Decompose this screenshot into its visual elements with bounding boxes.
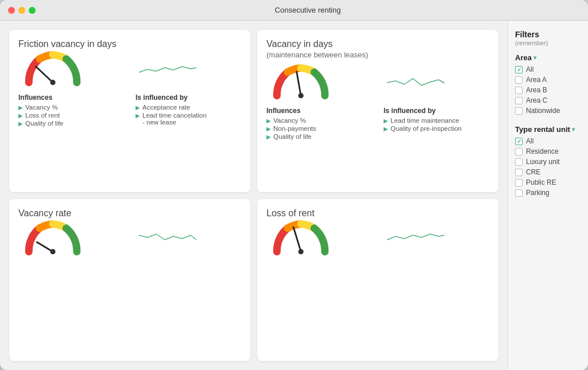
arrow-icon: ▶: [384, 118, 388, 124]
card-title: Vacancy rate: [18, 208, 241, 219]
influence-item: ▶ Quality of pre-inspection: [384, 125, 489, 132]
svg-line-0: [36, 67, 53, 83]
arrow-icon: ▶: [136, 104, 140, 111]
sparkline-friction: [94, 55, 241, 84]
card-vacancy-days: Vacancy in days (maintenance between lea…: [257, 30, 498, 192]
area-option-nationwide[interactable]: Nationwide: [515, 107, 581, 115]
area-option-all[interactable]: ✓ All: [515, 65, 581, 73]
checkmark-icon: ✓: [517, 138, 521, 145]
gauge-svg: [18, 220, 87, 257]
area-option-a[interactable]: Area A: [515, 76, 581, 84]
card-subtitle: (maintenance between leases): [266, 50, 489, 59]
svg-point-3: [298, 93, 303, 98]
influences-left-title: Influences: [18, 94, 124, 102]
checkbox-area-b[interactable]: [515, 87, 523, 94]
sidebar-subtitle: (remember): [515, 40, 581, 46]
gauge-svg: [18, 50, 87, 88]
influences-left: Influences ▶ Vacancy % ▶ Loss of rent ▶ …: [18, 94, 124, 128]
maximize-button[interactable]: [29, 7, 36, 14]
sparkline-vacancy: [342, 68, 489, 97]
checkbox-type-parking[interactable]: [515, 189, 523, 197]
sparkline-svg: [94, 224, 241, 252]
minimize-button[interactable]: [18, 7, 25, 14]
influence-item: ▶ Quality of life: [18, 120, 124, 127]
arrow-icon: ▶: [136, 112, 140, 119]
arrow-icon: ▶: [18, 120, 23, 127]
dashboard: Friction vacancy in days: [0, 21, 508, 370]
card-title: Friction vacancy in days: [18, 39, 241, 49]
influence-item: ▶ Lead time cancelation- new lease: [136, 112, 241, 126]
card-title: Loss of rent: [266, 208, 489, 219]
checkbox-type-public-re[interactable]: [515, 179, 523, 186]
arrow-icon: ▶: [18, 104, 23, 111]
chevron-down-icon: ▾: [533, 54, 536, 61]
gauge-svg: [266, 220, 335, 257]
svg-line-4: [37, 242, 53, 252]
sparkline-vacancy-rate: [94, 224, 241, 252]
window-title: Consecutive renting: [36, 6, 580, 14]
card-loss-of-rent: Loss of rent: [257, 199, 498, 361]
influence-item: ▶ Lead time maintenance: [384, 117, 489, 124]
sidebar: Filters (remember) Area ▾ ✓ All Area A A…: [508, 21, 588, 370]
card-friction-vacancy: Friction vacancy in days: [9, 30, 250, 192]
area-option-c[interactable]: Area C: [515, 96, 581, 104]
card-title: Vacancy in days: [266, 39, 489, 49]
influences-right-title: Is influenced by: [384, 107, 489, 115]
type-option-public-re[interactable]: Public RE: [515, 178, 581, 186]
arrow-icon: ▶: [384, 126, 388, 132]
card-vacancy-rate: Vacancy rate: [9, 199, 250, 361]
type-option-all[interactable]: ✓ All: [515, 137, 581, 145]
influences-section: Influences ▶ Vacancy % ▶ Non-payments ▶ …: [266, 107, 489, 141]
influences-right: Is influenced by ▶ Acceptance rate ▶ Lea…: [136, 94, 241, 128]
gauge-vacancy-days: [266, 64, 335, 101]
type-option-cre[interactable]: CRE: [515, 168, 581, 176]
influence-item: ▶ Quality of life: [266, 133, 372, 140]
card-visual: [18, 50, 241, 88]
checkbox-area-c[interactable]: [515, 97, 523, 104]
gauge-svg: [266, 64, 335, 101]
close-button[interactable]: [8, 7, 15, 14]
checkbox-area-nationwide[interactable]: [515, 107, 523, 115]
type-filter-title[interactable]: Type rental unit ▾: [515, 125, 581, 134]
gauge-vacancy-rate: [18, 220, 87, 257]
card-visual: [266, 220, 489, 257]
type-option-luxury[interactable]: Luxury unit: [515, 158, 581, 166]
influences-section: Influences ▶ Vacancy % ▶ Loss of rent ▶ …: [18, 94, 241, 128]
arrow-icon: ▶: [266, 118, 271, 124]
svg-point-7: [298, 249, 303, 254]
svg-line-2: [297, 72, 301, 96]
sparkline-svg: [342, 68, 489, 97]
arrow-icon: ▶: [266, 126, 271, 132]
influence-item: ▶ Non-payments: [266, 125, 372, 132]
checkbox-type-all[interactable]: ✓: [515, 138, 523, 145]
card-visual: [18, 220, 241, 257]
influence-item: ▶ Acceptance rate: [136, 104, 241, 111]
area-option-b[interactable]: Area B: [515, 86, 581, 94]
gauge-friction: [18, 50, 87, 88]
svg-point-1: [50, 80, 55, 85]
svg-line-6: [293, 227, 301, 252]
checkbox-type-luxury[interactable]: [515, 158, 523, 166]
sparkline-svg: [342, 224, 489, 252]
influence-item: ▶ Vacancy %: [266, 117, 372, 124]
type-option-parking[interactable]: Parking: [515, 189, 581, 197]
checkbox-area-a[interactable]: [515, 76, 523, 84]
sparkline-svg: [94, 55, 241, 84]
main-content: Friction vacancy in days: [0, 21, 588, 370]
checkbox-area-all[interactable]: ✓: [515, 66, 523, 73]
area-filter-title[interactable]: Area ▾: [515, 53, 581, 62]
checkbox-type-residence[interactable]: [515, 148, 523, 155]
influence-item: ▶ Loss of rent: [18, 112, 124, 119]
sparkline-loss-of-rent: [342, 224, 489, 252]
influence-item: ▶ Vacancy %: [18, 104, 124, 111]
checkbox-type-cre[interactable]: [515, 169, 523, 176]
titlebar: Consecutive renting: [0, 0, 588, 21]
sidebar-title: Filters: [515, 30, 581, 39]
checkmark-icon: ✓: [517, 67, 521, 73]
gauge-loss-of-rent: [266, 220, 335, 257]
type-option-residence[interactable]: Residence: [515, 147, 581, 155]
influences-right: Is influenced by ▶ Lead time maintenance…: [384, 107, 489, 141]
card-visual: [266, 64, 489, 101]
chevron-down-icon: ▾: [572, 126, 575, 133]
influences-right-title: Is influenced by: [136, 94, 241, 102]
